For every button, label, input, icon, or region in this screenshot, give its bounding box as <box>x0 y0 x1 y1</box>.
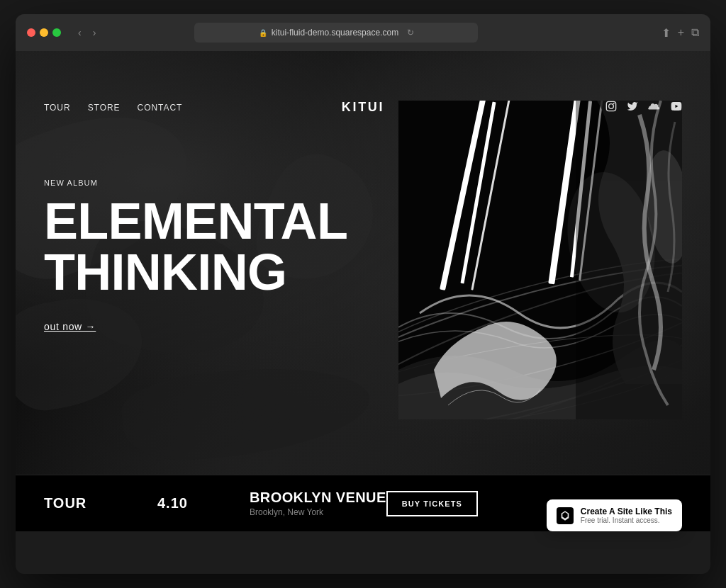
browser-chrome: ‹ › 🔒 kitui-fluid-demo.squarespace.com ↻… <box>16 14 710 51</box>
hero-text: NEW ALBUM ELEMENTAL THINKING out now → <box>44 179 347 333</box>
new-album-label: NEW ALBUM <box>44 179 347 187</box>
nav-left: TOUR STORE CONTACT <box>44 103 182 113</box>
website-wrapper: TOUR STORE CONTACT KITUI <box>16 51 710 574</box>
nav-right <box>605 101 682 114</box>
nav-store-link[interactable]: STORE <box>88 103 121 113</box>
browser-controls: ‹ › <box>75 26 99 40</box>
maximize-button[interactable] <box>52 28 61 37</box>
album-title-line1: ELEMENTAL <box>44 193 347 249</box>
back-button[interactable]: ‹ <box>75 26 84 40</box>
close-button[interactable] <box>27 28 35 37</box>
lock-icon: 🔒 <box>259 29 267 37</box>
out-now-link[interactable]: out now → <box>44 321 96 332</box>
new-tab-icon[interactable]: + <box>678 26 684 40</box>
soundcloud-icon[interactable] <box>648 101 661 113</box>
tour-label: TOUR <box>44 495 157 511</box>
browser-actions: ⬆ + ⧉ <box>661 26 699 40</box>
nav-center: KITUI <box>342 100 385 115</box>
squarespace-text: Create A Site Like This Free trial. Inst… <box>581 507 672 524</box>
album-art-container <box>398 101 682 419</box>
squarespace-logo <box>557 507 574 524</box>
tour-location: Brooklyn, New York <box>250 507 386 517</box>
album-art <box>398 101 682 419</box>
svg-point-2 <box>613 103 615 104</box>
squarespace-badge[interactable]: Create A Site Like This Free trial. Inst… <box>547 499 682 531</box>
share-icon[interactable]: ⬆ <box>661 26 671 40</box>
reload-button[interactable]: ↻ <box>407 28 414 38</box>
forward-button[interactable]: › <box>90 26 99 40</box>
url-text: kitui-fluid-demo.squarespace.com <box>272 28 398 38</box>
svg-rect-0 <box>606 101 615 111</box>
website: TOUR STORE CONTACT KITUI <box>16 51 710 531</box>
site-title[interactable]: KITUI <box>342 100 385 114</box>
album-title: ELEMENTAL THINKING <box>44 196 347 298</box>
svg-point-1 <box>609 104 614 109</box>
nav-contact-link[interactable]: CONTACT <box>138 103 183 113</box>
tour-venue: BROOKLYN VENUE <box>250 490 386 506</box>
squarespace-subtitle: Free trial. Instant access. <box>581 516 672 524</box>
address-bar[interactable]: 🔒 kitui-fluid-demo.squarespace.com ↻ <box>194 23 478 43</box>
squarespace-title: Create A Site Like This <box>581 507 672 516</box>
buy-tickets-button[interactable]: BUY TICKETS <box>386 491 478 516</box>
youtube-icon[interactable] <box>671 101 682 113</box>
main-nav: TOUR STORE CONTACT KITUI <box>16 88 710 127</box>
nav-tour-link[interactable]: TOUR <box>44 103 71 113</box>
duplicate-icon[interactable]: ⧉ <box>691 26 699 40</box>
album-title-line2: THINKING <box>44 244 286 300</box>
twitter-icon[interactable] <box>627 101 638 114</box>
tour-venue-group: BROOKLYN VENUE Brooklyn, New York <box>250 490 386 517</box>
minimize-button[interactable] <box>40 28 48 37</box>
traffic-lights <box>27 28 61 37</box>
tour-date: 4.10 <box>157 495 250 511</box>
instagram-icon[interactable] <box>605 101 617 114</box>
